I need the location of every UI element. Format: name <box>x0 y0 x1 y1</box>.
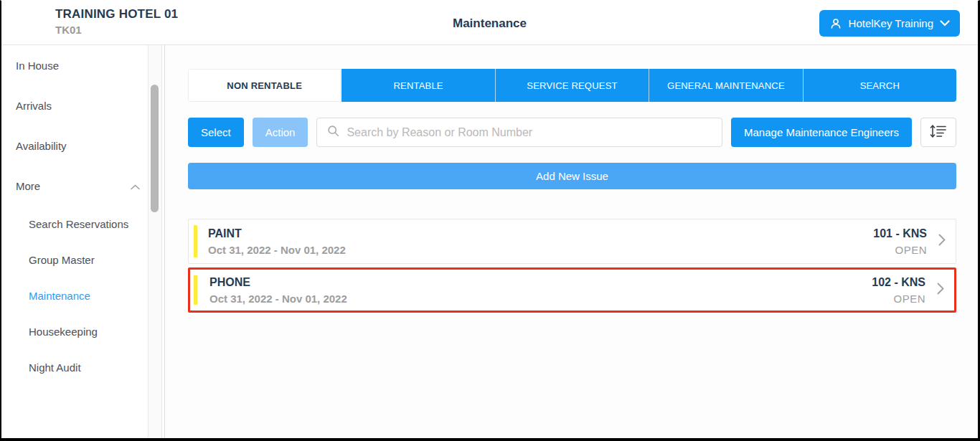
sidebar-item-availability[interactable]: Availability <box>1 125 164 166</box>
action-button[interactable]: Action <box>253 118 308 147</box>
sidebar-item-label: Arrivals <box>16 100 52 112</box>
manage-engineers-button[interactable]: Manage Maintenance Engineers <box>731 118 912 147</box>
sidebar-item-group-master[interactable]: Group Master <box>1 242 164 278</box>
sidebar-item-label: Availability <box>16 140 67 152</box>
issue-reason: PAINT <box>208 227 873 240</box>
issue-status: OPEN <box>872 293 925 305</box>
sidebar-item-in-house[interactable]: In House <box>1 45 164 85</box>
sidebar-scrollbar-track[interactable] <box>148 45 162 438</box>
search-box[interactable] <box>316 118 722 147</box>
priority-bar <box>194 225 197 257</box>
issue-room: 102 - KNS <box>872 276 925 289</box>
tab-non-rentable[interactable]: NON RENTABLE <box>188 69 341 102</box>
sidebar: In House Arrivals Availability More Sear… <box>1 45 165 438</box>
app-window: TRAINING HOTEL 01 TK01 Maintenance Hotel… <box>0 0 980 441</box>
chevron-right-icon <box>938 234 946 249</box>
user-menu-label: HotelKey Training <box>849 17 933 29</box>
issue-status: OPEN <box>873 244 927 256</box>
sidebar-item-label: Group Master <box>29 254 95 266</box>
tab-rentable[interactable]: RENTABLE <box>341 69 495 102</box>
issue-list: PAINT Oct 31, 2022 - Nov 01, 2022 101 - … <box>188 219 956 313</box>
sidebar-item-night-audit[interactable]: Night Audit <box>1 349 164 385</box>
select-button[interactable]: Select <box>188 118 244 147</box>
add-new-issue-button[interactable]: Add New Issue <box>188 163 956 189</box>
priority-bar <box>194 275 197 305</box>
issue-room-status: 102 - KNS OPEN <box>872 276 925 305</box>
tab-service-request[interactable]: SERVICE REQUEST <box>496 69 649 102</box>
issue-info: PAINT Oct 31, 2022 - Nov 01, 2022 <box>208 227 873 256</box>
issue-reason: PHONE <box>209 276 872 289</box>
top-header: TRAINING HOTEL 01 TK01 Maintenance Hotel… <box>1 1 978 45</box>
sort-button[interactable] <box>920 118 956 147</box>
sidebar-item-more[interactable]: More <box>1 166 164 206</box>
tab-search[interactable]: SEARCH <box>804 69 956 102</box>
chevron-up-icon <box>131 180 140 192</box>
issue-room-status: 101 - KNS OPEN <box>873 227 927 256</box>
chevron-down-icon <box>940 20 950 27</box>
sidebar-item-label: Night Audit <box>29 361 81 374</box>
search-icon <box>327 125 339 140</box>
sidebar-item-label: In House <box>16 60 59 72</box>
sidebar-item-search-reservations[interactable]: Search Reservations <box>1 206 164 242</box>
sidebar-item-label: Maintenance <box>29 290 90 302</box>
sidebar-item-maintenance[interactable]: Maintenance <box>1 278 164 313</box>
sidebar-item-label: Housekeeping <box>29 326 98 338</box>
sidebar-item-label: Search Reservations <box>29 218 128 230</box>
sidebar-scrollbar-thumb[interactable] <box>151 85 159 212</box>
issue-date-range: Oct 31, 2022 - Nov 01, 2022 <box>208 244 873 256</box>
issue-row-paint[interactable]: PAINT Oct 31, 2022 - Nov 01, 2022 101 - … <box>188 219 956 264</box>
issue-row-phone[interactable]: PHONE Oct 31, 2022 - Nov 01, 2022 102 - … <box>188 267 956 313</box>
user-menu-button[interactable]: HotelKey Training <box>819 10 960 37</box>
tab-general-maintenance[interactable]: GENERAL MAINTENANCE <box>649 69 803 102</box>
issue-room: 101 - KNS <box>873 227 927 240</box>
maintenance-tabs: NON RENTABLE RENTABLE SERVICE REQUEST GE… <box>188 69 956 102</box>
issue-date-range: Oct 31, 2022 - Nov 01, 2022 <box>209 293 872 305</box>
sidebar-item-housekeeping[interactable]: Housekeeping <box>1 313 164 349</box>
issue-info: PHONE Oct 31, 2022 - Nov 01, 2022 <box>209 276 872 305</box>
chevron-right-icon <box>937 283 944 298</box>
search-input[interactable] <box>347 126 712 139</box>
sidebar-item-label: More <box>16 180 40 192</box>
sidebar-item-arrivals[interactable]: Arrivals <box>1 85 164 125</box>
user-icon <box>829 17 842 30</box>
sort-order-icon <box>929 123 948 142</box>
main-content: NON RENTABLE RENTABLE SERVICE REQUEST GE… <box>166 45 978 438</box>
toolbar: Select Action Manage Maintenance Enginee… <box>188 118 956 147</box>
